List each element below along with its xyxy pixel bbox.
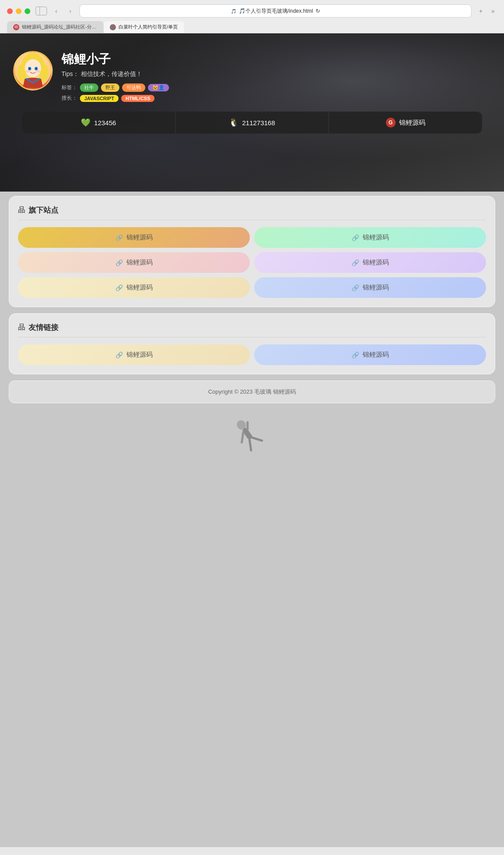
link-icon-3: 🔗 [115, 259, 123, 266]
wechat-icon: 💚 [81, 118, 90, 127]
friend-label-2: 锦鲤源码 [363, 351, 389, 359]
link-icon-6: 🔗 [352, 284, 359, 291]
browser-actions: + » [477, 7, 497, 15]
page-content: 锦鲤小子 Tips： 相信技术，传递价值！ 标签： 社牛 野王 可达鸭 🐱‍👤 … [0, 33, 504, 847]
link-icon-1: 🔗 [115, 234, 123, 241]
svg-point-4 [25, 59, 41, 77]
subsite-link-2[interactable]: 🔗 锦鲤源码 [254, 227, 486, 248]
tag-misc: 🐱‍👤 [148, 84, 169, 91]
reload-icon[interactable]: ↻ [316, 8, 320, 14]
tab-1-label: 锦鲤源码_源码论坛_源码社区-分享更多有价... [22, 24, 97, 30]
forward-button[interactable]: › [66, 7, 74, 15]
subsite-label-2: 锦鲤源码 [363, 233, 389, 242]
profile-tags-row: 标签： 社牛 野王 可达鸭 🐱‍👤 [61, 83, 491, 92]
site-label: 锦鲤源码 [399, 119, 425, 127]
browser-nav: ‹ › [52, 7, 74, 15]
qq-id: 211273168 [242, 119, 275, 127]
subsite-label-1: 锦鲤源码 [126, 233, 153, 242]
link-icon-4: 🔗 [352, 259, 359, 266]
subsite-label-4: 锦鲤源码 [363, 258, 389, 267]
svg-point-9 [25, 70, 29, 73]
close-button[interactable] [7, 8, 13, 14]
tab-2-icon: 🚫 [110, 24, 116, 30]
browser-tabs: 锦 锦鲤源码_源码论坛_源码社区-分享更多有价... 🚫 白菜叶个人简约引导页/… [7, 21, 497, 33]
subsite-label-5: 锦鲤源码 [126, 283, 153, 292]
profile-card: 锦鲤小子 Tips： 相信技术，传递价值！ 标签： 社牛 野王 可达鸭 🐱‍👤 … [13, 51, 491, 105]
skills-label: 擅长： [61, 94, 77, 102]
avatar-wrapper [13, 51, 53, 91]
subsite-link-1[interactable]: 🔗 锦鲤源码 [18, 227, 250, 248]
friends-grid: 🔗 锦鲤源码 🔗 锦鲤源码 [18, 344, 486, 365]
more-button[interactable]: » [489, 7, 497, 15]
browser-titlebar: ‹ › 🎵 🎵个人引导页毛玻璃/index.html ↻ + » [7, 4, 497, 18]
tab-2[interactable]: 🚫 白菜叶个人简约引导页/单页 [104, 21, 184, 33]
tips-label: Tips： [61, 70, 79, 77]
subsites-title: 旗下站点 [29, 205, 58, 215]
address-bar[interactable]: 🎵 🎵个人引导页毛玻璃/index.html ↻ [79, 4, 472, 18]
site-icon: G [386, 118, 396, 127]
profile-name: 锦鲤小子 [61, 51, 491, 68]
subsites-card: 品 旗下站点 🔗 锦鲤源码 🔗 锦鲤源码 🔗 锦鲤源码 🔗 锦 [9, 196, 495, 307]
svg-point-7 [29, 68, 31, 70]
subsite-label-3: 锦鲤源码 [126, 258, 153, 267]
link-icon-5: 🔗 [115, 284, 123, 291]
tips-text: 相信技术，传递价值！ [81, 70, 142, 77]
new-tab-button[interactable]: + [477, 7, 485, 15]
footer-text: Copyright © 2023 毛玻璃 锦鲤源码 [208, 388, 296, 395]
hero-section: 锦鲤小子 Tips： 相信技术，传递价值！ 标签： 社牛 野王 可达鸭 🐱‍👤 … [0, 33, 504, 192]
tag-yewang: 野王 [101, 83, 119, 92]
friends-header: 品 友情链接 [18, 322, 486, 337]
qq-contact[interactable]: 🐧 211273168 [176, 112, 329, 134]
svg-line-15 [245, 440, 255, 450]
address-text: 🎵个人引导页毛玻璃/index.html [239, 7, 313, 15]
profile-info: 锦鲤小子 Tips： 相信技术，传递价值！ 标签： 社牛 野王 可达鸭 🐱‍👤 … [61, 51, 491, 105]
tag-kedaya: 可达鸭 [122, 83, 145, 92]
footer-card: Copyright © 2023 毛玻璃 锦鲤源码 [9, 380, 495, 403]
tab-2-label: 白菜叶个人简约引导页/单页 [119, 24, 178, 30]
friend-link-icon-1: 🔗 [115, 351, 123, 359]
maximize-button[interactable] [25, 8, 30, 14]
browser-chrome: ‹ › 🎵 🎵个人引导页毛玻璃/index.html ↻ + » 锦 锦鲤源码_… [0, 0, 504, 33]
profile-skills-row: 擅长： JAVASCRIPT HTML/CSS [61, 94, 491, 102]
traffic-lights [7, 8, 30, 14]
profile-tips: Tips： 相信技术，传递价值！ [61, 70, 491, 78]
friend-link-2[interactable]: 🔗 锦鲤源码 [254, 344, 486, 365]
tab-1-icon: 锦 [13, 24, 19, 30]
subsite-link-3[interactable]: 🔗 锦鲤源码 [18, 252, 250, 273]
subsite-link-4[interactable]: 🔗 锦鲤源码 [254, 252, 486, 273]
friend-link-icon-2: 🔗 [352, 351, 359, 359]
tag-sheniu: 社牛 [80, 83, 98, 92]
falling-figure [227, 412, 277, 471]
wechat-contact[interactable]: 💚 123456 [22, 112, 176, 134]
skill-js: JAVASCRIPT [80, 95, 119, 102]
site-contact[interactable]: G 锦鲤源码 [329, 112, 482, 134]
friends-title: 友情链接 [29, 322, 58, 333]
minimize-button[interactable] [16, 8, 22, 14]
subsite-label-6: 锦鲤源码 [363, 283, 389, 292]
bg-extra [0, 496, 504, 847]
friend-link-1[interactable]: 🔗 锦鲤源码 [18, 344, 250, 365]
link-icon-2: 🔗 [352, 234, 359, 241]
tags-label: 标签： [61, 84, 77, 91]
address-icon: 🎵 [231, 9, 236, 14]
friends-icon: 品 [18, 323, 25, 332]
wechat-id: 123456 [94, 119, 116, 127]
contact-bar: 💚 123456 🐧 211273168 G 锦鲤源码 [22, 112, 482, 134]
subsites-grid: 🔗 锦鲤源码 🔗 锦鲤源码 🔗 锦鲤源码 🔗 锦鲤源码 🔗 锦鲤源 [18, 227, 486, 298]
subsite-link-6[interactable]: 🔗 锦鲤源码 [254, 277, 486, 298]
friend-label-1: 锦鲤源码 [126, 351, 153, 359]
tab-1[interactable]: 锦 锦鲤源码_源码论坛_源码社区-分享更多有价... [7, 21, 104, 33]
avatar-image [14, 52, 51, 89]
svg-point-8 [36, 68, 37, 70]
back-button[interactable]: ‹ [52, 7, 60, 15]
subsites-header: 品 旗下站点 [18, 205, 486, 220]
subsites-icon: 品 [18, 206, 25, 215]
avatar [13, 51, 53, 91]
sidebar-toggle-button[interactable] [36, 7, 47, 15]
subsite-link-5[interactable]: 🔗 锦鲤源码 [18, 277, 250, 298]
main-cards: 品 旗下站点 🔗 锦鲤源码 🔗 锦鲤源码 🔗 锦鲤源码 🔗 锦 [0, 192, 504, 408]
skill-html: HTML/CSS [121, 95, 155, 102]
svg-line-16 [252, 434, 262, 444]
friends-card: 品 友情链接 🔗 锦鲤源码 🔗 锦鲤源码 [9, 313, 495, 374]
falling-area [0, 408, 504, 496]
